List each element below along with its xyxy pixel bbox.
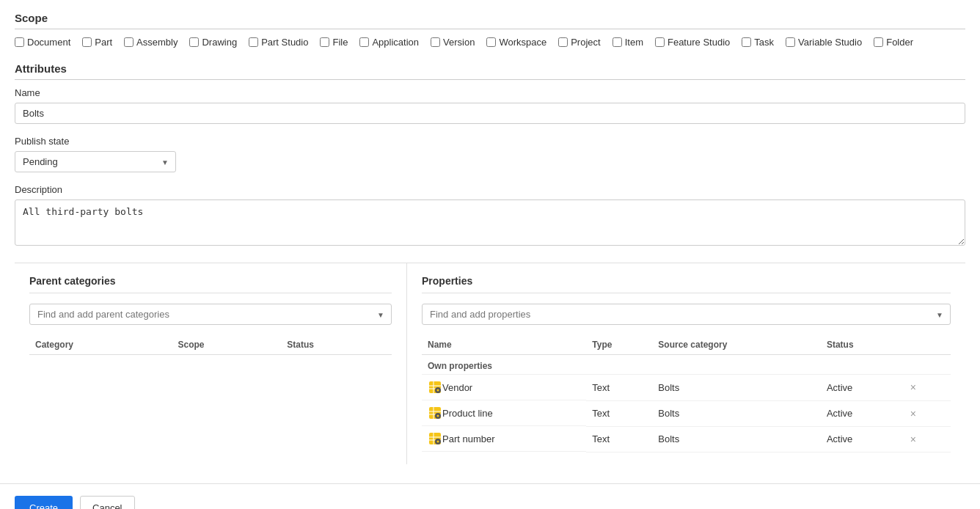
scope-checkbox-cb-item[interactable]: Item — [612, 37, 643, 48]
properties-table: Name Type Source category Status Own pro… — [422, 335, 951, 453]
prop-action-cell: × — [902, 375, 951, 401]
scope-checkbox-cb-assembly[interactable]: Assembly — [124, 37, 178, 48]
two-col-section: Parent categories ▼ Category Scope Statu… — [15, 263, 965, 464]
prop-name-cell: Part number — [422, 426, 586, 452]
prop-type-cell: Text — [586, 375, 652, 401]
checkbox-cb-partstudio[interactable] — [249, 37, 258, 47]
prop-source-cell: Bolts — [652, 375, 821, 401]
properties-search-wrapper: ▼ — [422, 304, 951, 325]
prop-col-status: Status — [821, 335, 902, 355]
checkbox-cb-drawing[interactable] — [189, 37, 199, 47]
own-properties-label: Own properties — [422, 355, 951, 375]
scope-checkboxes: DocumentPartAssemblyDrawingPart StudioFi… — [15, 37, 965, 48]
checkbox-cb-file[interactable] — [320, 37, 329, 47]
parent-categories-panel: Parent categories ▼ Category Scope Statu… — [15, 263, 407, 464]
scope-checkbox-cb-partstudio[interactable]: Part Studio — [249, 37, 308, 48]
prop-col-actions — [902, 335, 951, 355]
prop-status-cell: Active — [821, 375, 902, 401]
checkbox-cb-part[interactable] — [82, 37, 92, 47]
attributes-title: Attributes — [15, 62, 965, 80]
scope-checkbox-cb-workspace[interactable]: Workspace — [486, 37, 546, 48]
table-row: Part numberTextBoltsActive× — [422, 426, 951, 452]
properties-search-input[interactable] — [422, 304, 951, 325]
publish-state-select[interactable]: PendingActiveInactive — [15, 151, 176, 172]
publish-state-wrapper: PendingActiveInactive ▼ — [15, 151, 176, 172]
col-status: Status — [281, 335, 392, 355]
scope-checkbox-cb-application[interactable]: Application — [359, 37, 419, 48]
name-label: Name — [15, 87, 965, 98]
remove-property-button[interactable]: × — [907, 407, 919, 420]
scope-checkbox-cb-project[interactable]: Project — [558, 37, 600, 48]
prop-col-source: Source category — [652, 335, 821, 355]
parent-categories-title: Parent categories — [29, 275, 392, 293]
description-label: Description — [15, 184, 965, 195]
scope-checkbox-cb-part[interactable]: Part — [82, 37, 112, 48]
properties-body: Own propertiesVendorTextBoltsActive×Prod… — [422, 355, 951, 453]
checkbox-cb-task[interactable] — [742, 37, 751, 47]
name-input[interactable] — [15, 103, 965, 124]
checkbox-cb-item[interactable] — [612, 37, 622, 47]
svg-point-11 — [437, 415, 439, 417]
col-scope: Scope — [172, 335, 282, 355]
property-icon — [428, 406, 442, 420]
prop-type-cell: Text — [586, 426, 652, 452]
scope-checkbox-cb-document[interactable]: Document — [15, 37, 70, 48]
parent-categories-header-row: Category Scope Status — [29, 335, 392, 355]
scope-checkbox-cb-drawing[interactable]: Drawing — [189, 37, 237, 48]
checkbox-cb-assembly[interactable] — [124, 37, 134, 47]
footer-buttons: Create Cancel — [0, 483, 980, 510]
name-field-group: Name — [15, 87, 965, 124]
prop-col-name: Name — [422, 335, 586, 355]
property-icon — [428, 380, 442, 395]
prop-name-cell: Product line — [422, 400, 586, 426]
svg-point-17 — [437, 441, 439, 443]
description-input[interactable] — [15, 199, 965, 246]
prop-action-cell: × — [902, 400, 951, 426]
col-category: Category — [29, 335, 172, 355]
scope-checkbox-cb-task[interactable]: Task — [742, 37, 774, 48]
publish-state-field-group: Publish state PendingActiveInactive ▼ — [15, 136, 965, 172]
prop-status-cell: Active — [821, 426, 902, 452]
checkbox-cb-featurestudio[interactable] — [655, 37, 665, 47]
table-row: Product lineTextBoltsActive× — [422, 400, 951, 426]
svg-point-5 — [437, 389, 439, 392]
checkbox-cb-variablestudio[interactable] — [786, 37, 795, 47]
prop-source-cell: Bolts — [652, 426, 821, 452]
properties-panel: Properties ▼ Name Type Source category S… — [407, 263, 965, 464]
parent-categories-search-wrapper: ▼ — [29, 304, 392, 325]
cancel-button[interactable]: Cancel — [80, 496, 134, 510]
publish-state-label: Publish state — [15, 136, 965, 147]
prop-source-cell: Bolts — [652, 400, 821, 426]
table-row: VendorTextBoltsActive× — [422, 375, 951, 401]
remove-property-button[interactable]: × — [907, 381, 919, 394]
scope-checkbox-cb-folder[interactable]: Folder — [874, 37, 913, 48]
checkbox-cb-version[interactable] — [431, 37, 440, 47]
scope-checkbox-cb-featurestudio[interactable]: Feature Studio — [655, 37, 730, 48]
prop-action-cell: × — [902, 426, 951, 452]
parent-categories-table: Category Scope Status — [29, 335, 392, 355]
scope-checkbox-cb-version[interactable]: Version — [431, 37, 475, 48]
remove-property-button[interactable]: × — [907, 433, 919, 446]
description-field-group: Description — [15, 184, 965, 248]
checkbox-cb-folder[interactable] — [874, 37, 883, 47]
prop-status-cell: Active — [821, 400, 902, 426]
scope-section: Scope DocumentPartAssemblyDrawingPart St… — [15, 12, 965, 48]
checkbox-cb-project[interactable] — [558, 37, 568, 47]
scope-checkbox-cb-file[interactable]: File — [320, 37, 348, 48]
attributes-section: Attributes Name Publish state PendingAct… — [15, 62, 965, 248]
properties-title: Properties — [422, 275, 951, 293]
prop-col-type: Type — [586, 335, 652, 355]
properties-group-row: Own properties — [422, 355, 951, 375]
properties-header-row: Name Type Source category Status — [422, 335, 951, 355]
prop-name-cell: Vendor — [422, 375, 586, 400]
scope-checkbox-cb-variablestudio[interactable]: Variable Studio — [786, 37, 862, 48]
parent-categories-search-input[interactable] — [29, 304, 392, 325]
create-button[interactable]: Create — [15, 496, 73, 510]
prop-type-cell: Text — [586, 400, 652, 426]
scope-title: Scope — [15, 12, 965, 29]
checkbox-cb-application[interactable] — [359, 37, 369, 47]
property-icon — [428, 431, 442, 446]
checkbox-cb-workspace[interactable] — [486, 37, 496, 47]
checkbox-cb-document[interactable] — [15, 37, 24, 47]
